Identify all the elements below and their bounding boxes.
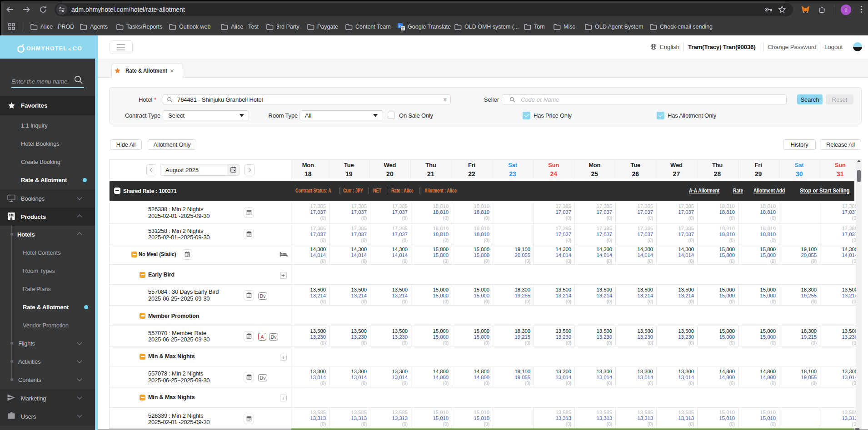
svg-text:文: 文 xyxy=(401,26,405,30)
